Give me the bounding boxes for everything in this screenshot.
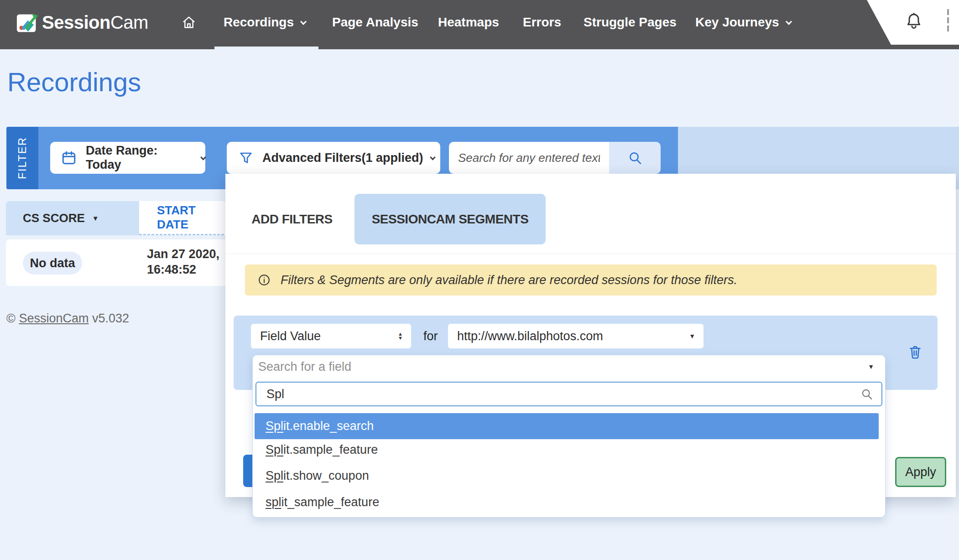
field-search-dropdown: Search for a field ▼ Split.enable_search… [252,355,886,518]
nav-key-journeys[interactable]: Key Journeys [695,0,791,45]
sort-descending-icon: ▼ [92,214,99,222]
active-tab-indicator [214,47,318,49]
version-footer: © SessionCam v5.032 [6,311,129,326]
table-row[interactable]: No data Jan 27 2020, 16:48:52 [6,239,228,286]
info-banner: Filters & Segments are only available if… [245,264,937,296]
nav-page-analysis-label: Page Analysis [332,15,418,30]
nav-heatmaps[interactable]: Heatmaps [438,0,499,45]
apply-button[interactable]: Apply [895,457,946,487]
dropdown-arrow-icon: ▼ [868,363,874,370]
notifications-bell-icon[interactable] [905,12,923,31]
site-select-value: http://www.bilalphotos.com [457,329,689,343]
nav-struggle-pages[interactable]: Struggle Pages [584,0,677,45]
top-nav: SessionCam Recordings Page Analysis Heat… [0,0,959,49]
option-split-sample-feature-underscore[interactable]: split_sample_feature [255,489,879,515]
field-select-placeholder: Search for a field [258,360,868,374]
option-split-sample-feature[interactable]: Split.sample_feature [255,437,879,463]
copyright-symbol: © [6,311,16,325]
option-match-prefix: spl [266,495,281,509]
version-label: v5.032 [92,311,129,325]
tabs-divider [225,254,956,254]
calendar-icon [61,150,77,166]
sessioncam-logo-icon[interactable] [16,11,38,35]
option-match-prefix: Spl [266,419,283,433]
search-icon [860,388,881,400]
start-date-line2: 16:48:52 [147,262,219,277]
info-icon [258,274,271,286]
recordings-page: SessionCam Recordings Page Analysis Heat… [0,0,959,560]
nav-recordings-label: Recordings [224,15,294,30]
dropdown-arrow-icon: ▼ [689,332,695,340]
nav-struggle-pages-label: Struggle Pages [584,15,677,30]
nav-home[interactable] [182,0,196,45]
apply-button-label: Apply [905,465,936,479]
brand-bold: Session [42,12,110,33]
option-rest: it_sample_feature [281,495,380,509]
site-select[interactable]: http://www.bilalphotos.com ▼ [448,324,704,348]
nav-heatmaps-label: Heatmaps [438,15,499,30]
field-type-value: Field Value [260,329,398,343]
advanced-filters-button[interactable]: Advanced Filters(1 applied) [227,142,440,174]
option-split-enable-search[interactable]: Split.enable_search [255,413,879,439]
spinner-arrows-icon: ▲▼ [398,332,403,340]
cs-score-header-label: CS SCORE [23,211,85,225]
cs-score-badge: No data [23,252,82,275]
chevron-down-icon [300,19,307,25]
option-rest: it.sample_feature [283,443,378,456]
option-rest: it.show_coupon [283,469,369,482]
page-title: Recordings [7,67,141,97]
column-header-start-date[interactable]: START DATE [139,201,228,235]
option-split-show-coupon[interactable]: Split.show_coupon [255,463,879,489]
tab-add-filters-label: ADD FILTERS [251,212,333,227]
option-match-prefix: Spl [266,443,283,456]
nav-errors[interactable]: Errors [523,0,561,45]
field-select-display[interactable]: Search for a field ▼ [253,355,885,378]
chevron-down-icon [200,154,206,160]
date-range-button[interactable]: Date Range: Today [50,142,205,174]
for-label: for [423,329,438,343]
filter-side-tab-label: FILTER [16,137,29,179]
date-range-label: Date Range: Today [86,144,194,172]
field-search-box [255,382,882,406]
nav-recordings[interactable]: Recordings [224,0,306,45]
option-match-prefix: Spl [266,469,283,482]
brand-light: Cam [110,12,148,33]
tab-sessioncam-segments-label: SESSIONCAM SEGMENTS [372,212,529,227]
tab-sessioncam-segments[interactable]: SESSIONCAM SEGMENTS [354,194,546,244]
text-search [449,142,661,174]
start-date-line1: Jan 27 2020, [147,246,219,262]
field-search-input[interactable] [256,387,860,401]
nav-page-analysis[interactable]: Page Analysis [332,0,418,45]
start-date-value: Jan 27 2020, 16:48:52 [147,246,219,277]
home-icon [182,15,196,30]
search-input[interactable] [449,142,609,174]
nav-key-journeys-label: Key Journeys [695,15,779,30]
nav-errors-label: Errors [523,15,561,30]
sessioncam-link[interactable]: SessionCam [19,311,89,325]
brand-wordmark[interactable]: SessionCam [42,0,148,45]
advanced-filters-label: Advanced Filters(1 applied) [262,151,423,165]
start-date-header-label: START DATE [157,203,228,232]
field-type-select[interactable]: Field Value ▲▼ [251,324,411,348]
filter-side-tab[interactable]: FILTER [6,127,38,189]
funnel-icon [239,150,253,165]
chevron-down-icon [430,154,436,160]
search-icon [628,150,642,165]
delete-filter-button[interactable] [908,344,923,360]
more-menu-icon[interactable] [947,9,949,34]
column-header-cs-score[interactable]: CS SCORE ▼ [6,201,139,235]
search-button[interactable] [609,142,661,174]
info-banner-text: Filters & Segments are only available if… [281,273,737,287]
tab-add-filters[interactable]: ADD FILTERS [242,194,342,244]
option-rest: it.enable_search [283,419,374,433]
chevron-down-icon [786,19,792,25]
